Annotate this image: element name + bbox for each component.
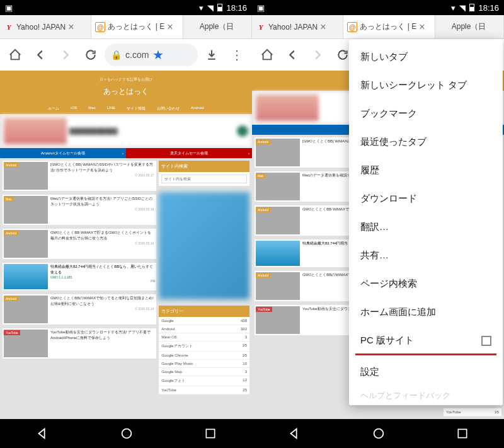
- favicon-yahoo: Y: [4, 22, 14, 32]
- home-icon[interactable]: [4, 43, 26, 66]
- site-nav[interactable]: ホームiOSMacLINEサイト情報お問い合わせAndroid: [0, 103, 252, 114]
- tab-athack[interactable]: @ あっとはっく | E ×: [91, 15, 183, 38]
- phone-left: ▣ ▾ ◥ 18:16 Y Yahoo! JAPAN × @ あっとはっく | …: [0, 0, 252, 448]
- tab-strip: Y Yahoo! JAPAN × @ あっとはっく | E × Apple（日: [0, 15, 252, 39]
- home-softkey[interactable]: [372, 427, 386, 440]
- category-row[interactable]: Android322: [159, 325, 249, 333]
- recent-softkey[interactable]: [456, 427, 469, 440]
- battery-icon: [217, 4, 222, 11]
- back-softkey[interactable]: [287, 427, 301, 440]
- system-nav: [0, 419, 252, 448]
- phone-right: ▣ ▾ ◥ 18:16 Y Yahoo! JAPAN × @ あっとはっく | …: [252, 0, 504, 448]
- recent-softkey[interactable]: [204, 427, 217, 440]
- menu-downloads[interactable]: ダウンロード: [349, 185, 503, 213]
- category-peek: YouTube25: [444, 408, 501, 416]
- star-icon[interactable]: ★: [152, 47, 164, 62]
- sale-rakuten[interactable]: 楽天タイムセール会場: [126, 148, 252, 158]
- reload-icon[interactable]: [79, 43, 102, 66]
- favicon-athack: @: [95, 22, 105, 32]
- list-item[interactable]: Android[GMOとくとくBB] WiMAXのSSIDやパスワードを変更する…: [3, 161, 156, 191]
- sponsored-item[interactable]: 特典経由最大82,744円相当 / とくとくBBなら、届いたらすぐ使えるGMO …: [3, 263, 156, 290]
- back-icon[interactable]: [29, 43, 52, 66]
- menu-help[interactable]: ヘルプとフィードバック: [349, 386, 503, 401]
- back-softkey[interactable]: [35, 427, 49, 440]
- url-text: c.com: [125, 50, 149, 60]
- favicon-yahoo: Y: [256, 22, 266, 32]
- menu-history[interactable]: 履歴: [349, 156, 503, 185]
- close-icon[interactable]: ×: [167, 21, 173, 33]
- main-column: Android[GMOとくとくBB] WiMAXのSSIDやパスワードを変更する…: [3, 161, 156, 394]
- menu-share[interactable]: 共有…: [349, 241, 503, 270]
- tab-apple[interactable]: Apple（日: [183, 15, 252, 38]
- close-icon[interactable]: ×: [419, 21, 425, 33]
- svg-rect-3: [458, 429, 466, 437]
- banner-text: ████████████: [69, 118, 234, 144]
- lock-icon: 🔒: [111, 50, 122, 60]
- sale-row: Amazonタイムセール会場 楽天タイムセール会場: [0, 148, 252, 158]
- banner-image: [4, 118, 67, 144]
- category-row[interactable]: YouTube25: [159, 386, 249, 394]
- menu-add-to-home[interactable]: ホーム画面に追加: [349, 298, 503, 326]
- banner-image: [256, 95, 319, 121]
- overflow-menu: 新しいタブ 新しいシークレット タブ ブックマーク 最近使ったタブ 履歴 ダウン…: [349, 39, 503, 405]
- tab-apple[interactable]: Apple（日: [435, 15, 504, 38]
- menu-new-tab[interactable]: 新しいタブ: [349, 43, 503, 71]
- url-box[interactable]: 🔒 c.com ★: [105, 43, 198, 66]
- menu-new-incognito-tab[interactable]: 新しいシークレット タブ: [349, 71, 503, 100]
- page-content: 日々をハックする記事をお届け あっとはっく ホームiOSMacLINEサイト情報…: [0, 71, 252, 419]
- list-item[interactable]: YouTubeYouTube動画を安全にダウンロードする方法! アプリ不要でAn…: [3, 328, 156, 359]
- menu-translate[interactable]: 翻訳…: [349, 213, 503, 241]
- featured-banner[interactable]: ████████████: [1, 115, 251, 147]
- category-row[interactable]: Google Play Music10: [159, 360, 249, 368]
- notif-icon: ▣: [257, 3, 265, 13]
- search-input[interactable]: [161, 175, 247, 183]
- forward-icon[interactable]: [306, 43, 329, 66]
- menu-desktop-site[interactable]: PC 版サイト: [349, 326, 503, 355]
- category-row[interactable]: Googleアカウント25: [159, 342, 249, 352]
- close-icon[interactable]: ×: [320, 21, 326, 33]
- favicon-apple: [439, 22, 449, 32]
- list-item[interactable]: MacMacのデータ通信量を確認する方法! アプリごと/SSIDごとのネットワー…: [3, 195, 156, 225]
- sale-amazon[interactable]: Amazonタイムセール会場: [0, 148, 126, 158]
- system-nav: [252, 419, 504, 448]
- signal-icon: ◥: [459, 3, 466, 13]
- favicon-apple: [187, 22, 197, 32]
- download-icon[interactable]: [200, 43, 223, 66]
- category-row[interactable]: Googleフォト12: [159, 376, 249, 386]
- category-row[interactable]: Wear OS3: [159, 333, 249, 342]
- clock: 18:16: [226, 3, 247, 13]
- desktop-site-checkbox[interactable]: [481, 336, 491, 346]
- home-softkey[interactable]: [120, 427, 134, 440]
- back-icon[interactable]: [281, 43, 304, 66]
- highlight-underline: [355, 353, 496, 355]
- sidebar: サイト内検索 カテゴリー Google438Android322Wear OS3…: [159, 161, 249, 394]
- banner-badge: [237, 125, 248, 137]
- search-box: サイト内検索: [159, 161, 249, 186]
- menu-find-in-page[interactable]: ページ内検索: [349, 270, 503, 298]
- menu-desktop-site-label: PC 版サイト: [360, 335, 414, 347]
- tab-yahoo[interactable]: Y Yahoo! JAPAN ×: [0, 15, 91, 38]
- sidebar-ad[interactable]: [159, 192, 249, 299]
- battery-icon: [469, 4, 474, 11]
- favicon-athack: @: [347, 22, 357, 32]
- category-row[interactable]: Google438: [159, 317, 249, 325]
- tab-athack[interactable]: @ あっとはっく | E ×: [343, 15, 435, 38]
- tab-yahoo[interactable]: Y Yahoo! JAPAN ×: [252, 15, 343, 38]
- list-item[interactable]: AndroidGMOとくとくBB WiMAXで貯まるGMOとくとくポイントを毎月…: [3, 229, 156, 259]
- forward-icon[interactable]: [54, 43, 77, 66]
- list-item[interactable]: AndroidGMOとくとくBBのWiMAXで知ってると便利な豆知識まとめ! お…: [3, 294, 156, 325]
- menu-icon[interactable]: ⋮: [226, 43, 248, 66]
- menu-bookmarks[interactable]: ブックマーク: [349, 100, 503, 128]
- tab-strip: Y Yahoo! JAPAN × @ あっとはっく | E × Apple（日: [252, 15, 504, 39]
- close-icon[interactable]: ×: [68, 21, 74, 33]
- category-row[interactable]: Google Map3: [159, 368, 249, 376]
- menu-settings[interactable]: 設定: [349, 358, 503, 386]
- wifi-icon: ▾: [199, 3, 203, 13]
- browser-toolbar: 🔒 c.com ★ ⋮: [0, 39, 252, 71]
- site-hero: 日々をハックする記事をお届け あっとはっく: [0, 71, 252, 103]
- notif-icon: ▣: [5, 3, 13, 13]
- category-row[interactable]: Google Chrome25: [159, 352, 249, 360]
- menu-recent-tabs[interactable]: 最近使ったタブ: [349, 128, 503, 156]
- home-icon[interactable]: [256, 43, 278, 66]
- category-box: カテゴリー Google438Android322Wear OS3Googleア…: [159, 306, 249, 394]
